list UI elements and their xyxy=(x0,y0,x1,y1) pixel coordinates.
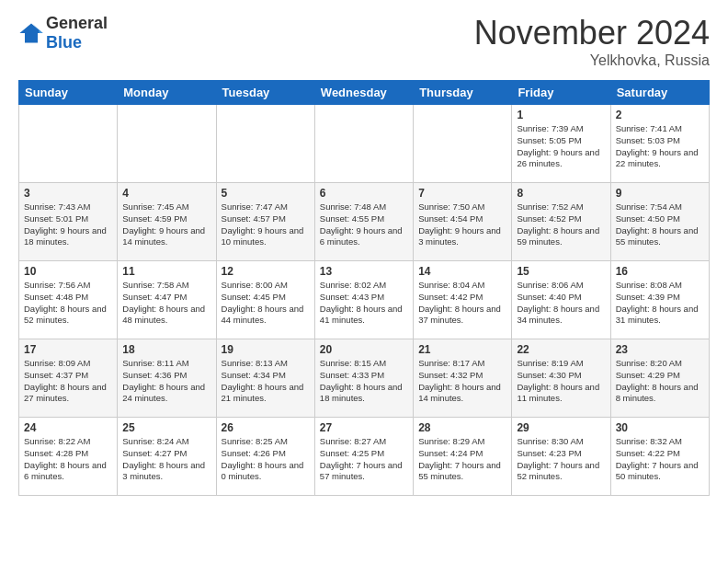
day-number: 30 xyxy=(616,421,704,434)
day-number: 6 xyxy=(320,187,408,200)
header-sunday: Sunday xyxy=(19,81,118,105)
day-number: 3 xyxy=(24,187,112,200)
day-info: Sunrise: 8:02 AM Sunset: 4:43 PM Dayligh… xyxy=(320,280,408,327)
table-row: 13Sunrise: 8:02 AM Sunset: 4:43 PM Dayli… xyxy=(314,261,413,339)
table-row: 19Sunrise: 8:13 AM Sunset: 4:34 PM Dayli… xyxy=(216,339,314,418)
day-number: 21 xyxy=(418,343,506,356)
day-info: Sunrise: 7:45 AM Sunset: 4:59 PM Dayligh… xyxy=(122,201,210,248)
header-monday: Monday xyxy=(118,81,216,105)
day-info: Sunrise: 8:09 AM Sunset: 4:37 PM Dayligh… xyxy=(24,358,112,405)
table-row xyxy=(216,105,314,183)
day-number: 2 xyxy=(616,109,704,121)
table-row: 26Sunrise: 8:25 AM Sunset: 4:26 PM Dayli… xyxy=(216,418,314,496)
day-info: Sunrise: 8:00 AM Sunset: 4:45 PM Dayligh… xyxy=(222,280,310,327)
day-info: Sunrise: 8:17 AM Sunset: 4:32 PM Dayligh… xyxy=(418,358,506,405)
day-info: Sunrise: 8:15 AM Sunset: 4:33 PM Dayligh… xyxy=(320,358,408,405)
day-number: 22 xyxy=(517,343,605,356)
day-info: Sunrise: 7:47 AM Sunset: 4:57 PM Dayligh… xyxy=(222,201,310,248)
calendar-header-row: Sunday Monday Tuesday Wednesday Thursday… xyxy=(19,81,710,105)
header-friday: Friday xyxy=(512,81,610,105)
day-info: Sunrise: 8:30 AM Sunset: 4:23 PM Dayligh… xyxy=(517,436,605,483)
logo-icon xyxy=(18,20,44,46)
header-thursday: Thursday xyxy=(414,81,512,105)
day-number: 18 xyxy=(122,343,210,356)
location: Yelkhovka, Russia xyxy=(474,52,710,69)
logo-blue-text: Blue xyxy=(46,33,108,52)
day-number: 29 xyxy=(517,421,605,434)
day-number: 24 xyxy=(24,421,112,434)
table-row: 8Sunrise: 7:52 AM Sunset: 4:52 PM Daylig… xyxy=(512,183,610,261)
day-number: 25 xyxy=(122,421,210,434)
table-row: 29Sunrise: 8:30 AM Sunset: 4:23 PM Dayli… xyxy=(512,418,610,496)
day-info: Sunrise: 8:13 AM Sunset: 4:34 PM Dayligh… xyxy=(222,358,310,405)
table-row: 5Sunrise: 7:47 AM Sunset: 4:57 PM Daylig… xyxy=(216,183,314,261)
table-row: 11Sunrise: 7:58 AM Sunset: 4:47 PM Dayli… xyxy=(118,261,216,339)
logo-general-text: General xyxy=(46,14,108,33)
header-wednesday: Wednesday xyxy=(314,81,413,105)
table-row: 2Sunrise: 7:41 AM Sunset: 5:03 PM Daylig… xyxy=(610,105,709,183)
week-row-0: 1Sunrise: 7:39 AM Sunset: 5:05 PM Daylig… xyxy=(19,105,710,183)
day-number: 10 xyxy=(24,265,112,278)
day-number: 27 xyxy=(320,421,408,434)
day-number: 7 xyxy=(418,187,506,200)
day-info: Sunrise: 7:39 AM Sunset: 5:05 PM Dayligh… xyxy=(517,123,605,170)
table-row: 20Sunrise: 8:15 AM Sunset: 4:33 PM Dayli… xyxy=(314,339,413,418)
day-number: 9 xyxy=(616,187,704,200)
table-row: 9Sunrise: 7:54 AM Sunset: 4:50 PM Daylig… xyxy=(610,183,709,261)
header-tuesday: Tuesday xyxy=(216,81,314,105)
week-row-2: 10Sunrise: 7:56 AM Sunset: 4:48 PM Dayli… xyxy=(19,261,710,339)
day-number: 4 xyxy=(122,187,210,200)
day-info: Sunrise: 8:32 AM Sunset: 4:22 PM Dayligh… xyxy=(616,436,704,483)
table-row: 12Sunrise: 8:00 AM Sunset: 4:45 PM Dayli… xyxy=(216,261,314,339)
day-number: 17 xyxy=(24,343,112,356)
title-block: November 2024 Yelkhovka, Russia xyxy=(474,14,710,69)
calendar: Sunday Monday Tuesday Wednesday Thursday… xyxy=(18,80,710,496)
table-row: 30Sunrise: 8:32 AM Sunset: 4:22 PM Dayli… xyxy=(610,418,709,496)
day-info: Sunrise: 8:22 AM Sunset: 4:28 PM Dayligh… xyxy=(24,436,112,483)
day-info: Sunrise: 8:29 AM Sunset: 4:24 PM Dayligh… xyxy=(418,436,506,483)
table-row: 24Sunrise: 8:22 AM Sunset: 4:28 PM Dayli… xyxy=(19,418,118,496)
header: General Blue November 2024 Yelkhovka, Ru… xyxy=(18,14,710,69)
day-number: 8 xyxy=(517,187,605,200)
header-saturday: Saturday xyxy=(610,81,709,105)
day-number: 23 xyxy=(616,343,704,356)
table-row xyxy=(19,105,118,183)
day-info: Sunrise: 8:04 AM Sunset: 4:42 PM Dayligh… xyxy=(418,280,506,327)
day-info: Sunrise: 8:19 AM Sunset: 4:30 PM Dayligh… xyxy=(517,358,605,405)
table-row: 14Sunrise: 8:04 AM Sunset: 4:42 PM Dayli… xyxy=(414,261,512,339)
table-row xyxy=(414,105,512,183)
day-info: Sunrise: 8:08 AM Sunset: 4:39 PM Dayligh… xyxy=(616,280,704,327)
day-info: Sunrise: 8:20 AM Sunset: 4:29 PM Dayligh… xyxy=(616,358,704,405)
table-row: 22Sunrise: 8:19 AM Sunset: 4:30 PM Dayli… xyxy=(512,339,610,418)
day-info: Sunrise: 8:06 AM Sunset: 4:40 PM Dayligh… xyxy=(517,280,605,327)
day-info: Sunrise: 7:41 AM Sunset: 5:03 PM Dayligh… xyxy=(616,123,704,170)
day-info: Sunrise: 7:50 AM Sunset: 4:54 PM Dayligh… xyxy=(418,201,506,248)
table-row: 15Sunrise: 8:06 AM Sunset: 4:40 PM Dayli… xyxy=(512,261,610,339)
table-row: 18Sunrise: 8:11 AM Sunset: 4:36 PM Dayli… xyxy=(118,339,216,418)
week-row-1: 3Sunrise: 7:43 AM Sunset: 5:01 PM Daylig… xyxy=(19,183,710,261)
day-info: Sunrise: 7:43 AM Sunset: 5:01 PM Dayligh… xyxy=(24,201,112,248)
day-number: 5 xyxy=(222,187,310,200)
day-number: 19 xyxy=(222,343,310,356)
logo: General Blue xyxy=(18,14,108,52)
day-number: 26 xyxy=(222,421,310,434)
day-number: 20 xyxy=(320,343,408,356)
table-row: 27Sunrise: 8:27 AM Sunset: 4:25 PM Dayli… xyxy=(314,418,413,496)
day-info: Sunrise: 7:54 AM Sunset: 4:50 PM Dayligh… xyxy=(616,201,704,248)
day-number: 13 xyxy=(320,265,408,278)
day-number: 14 xyxy=(418,265,506,278)
month-title: November 2024 xyxy=(474,14,710,52)
week-row-4: 24Sunrise: 8:22 AM Sunset: 4:28 PM Dayli… xyxy=(19,418,710,496)
table-row: 1Sunrise: 7:39 AM Sunset: 5:05 PM Daylig… xyxy=(512,105,610,183)
week-row-3: 17Sunrise: 8:09 AM Sunset: 4:37 PM Dayli… xyxy=(19,339,710,418)
table-row: 3Sunrise: 7:43 AM Sunset: 5:01 PM Daylig… xyxy=(19,183,118,261)
table-row: 10Sunrise: 7:56 AM Sunset: 4:48 PM Dayli… xyxy=(19,261,118,339)
day-number: 12 xyxy=(222,265,310,278)
table-row xyxy=(314,105,413,183)
table-row: 25Sunrise: 8:24 AM Sunset: 4:27 PM Dayli… xyxy=(118,418,216,496)
table-row: 7Sunrise: 7:50 AM Sunset: 4:54 PM Daylig… xyxy=(414,183,512,261)
day-number: 15 xyxy=(517,265,605,278)
day-info: Sunrise: 7:48 AM Sunset: 4:55 PM Dayligh… xyxy=(320,201,408,248)
day-number: 11 xyxy=(122,265,210,278)
logo-text: General Blue xyxy=(46,14,108,52)
